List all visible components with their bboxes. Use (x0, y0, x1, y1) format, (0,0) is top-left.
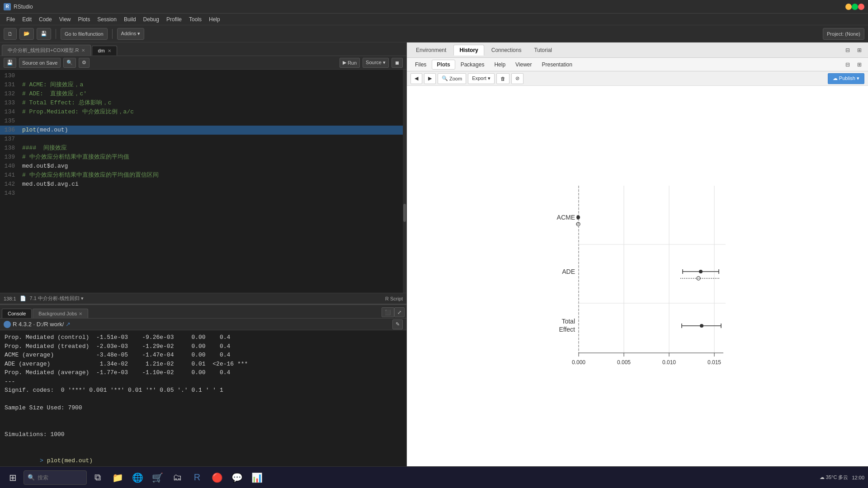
export-btn[interactable]: Export ▾ (468, 73, 495, 84)
y-label-total1: Total (561, 318, 575, 325)
publish-button[interactable]: ☁ Publish ▾ (828, 73, 864, 84)
open-file-button[interactable]: 📂 (19, 28, 34, 40)
r-ball-icon (4, 321, 11, 328)
save-button[interactable]: 💾 (37, 28, 51, 40)
source-button[interactable]: Source ▾ (363, 58, 389, 68)
menu-session[interactable]: Session (94, 15, 120, 23)
sub-maximize-btn[interactable]: ⊞ (854, 60, 864, 70)
right-sub-tabs: Files Plots Packages Help Viewer Present… (407, 58, 868, 71)
project-button[interactable]: Project: (None) (823, 28, 864, 40)
tab-close-cox[interactable]: ✕ (81, 48, 85, 53)
console-tab-console[interactable]: Console (2, 309, 32, 318)
console-tab-background[interactable]: Background Jobs ✕ (33, 309, 88, 318)
file-indicator-label[interactable]: 7.1 中介分析-线性回归 ▾ (30, 295, 84, 302)
taskbar-search-input[interactable] (38, 474, 83, 481)
editor-tabs: 中介分析_线性回归+COX模型.R ✕ dm ✕ (0, 42, 406, 56)
menu-plots[interactable]: Plots (75, 15, 94, 23)
editor-tab-cox[interactable]: 中介分析_线性回归+COX模型.R ✕ (2, 45, 91, 56)
ppt-icon[interactable]: 📊 (248, 469, 266, 487)
prev-plot-btn[interactable]: ◀ (410, 73, 422, 84)
taskbar: ⊞ 🔍 ⧉ 📁 🌐 🛒 🗂 R 🔴 💬 📊 ☁ 35°C 多云 12:00 (0, 466, 868, 488)
feishu-icon[interactable]: 💬 (228, 469, 246, 487)
publish-label: Publish ▾ (839, 75, 859, 81)
menu-tools[interactable]: Tools (185, 15, 205, 23)
task-view-btn[interactable]: ⧉ (89, 469, 107, 487)
stop-button[interactable]: ⏹ (392, 58, 403, 68)
run-label: Run (348, 60, 357, 66)
console-line-samplesize: Sample Size Used: 7900 (5, 404, 402, 413)
console-maximize-btn[interactable]: ⬛ (382, 307, 394, 317)
tab-environment[interactable]: Environment (410, 45, 452, 55)
settings-code-btn[interactable]: ⚙ (79, 58, 90, 68)
menu-edit[interactable]: Edit (19, 15, 35, 23)
addins-button[interactable]: Addins ▾ (117, 28, 145, 40)
menu-code[interactable]: Code (35, 15, 56, 23)
sub-minimize-btn[interactable]: ⊟ (843, 60, 853, 70)
console-output[interactable]: Prop. Mediated (control) -1.51e-03 -9.26… (0, 330, 406, 475)
browser-icon[interactable]: 🌐 (128, 469, 146, 487)
menu-debug[interactable]: Debug (140, 15, 163, 23)
floppy-icon-btn[interactable]: 💾 (4, 58, 16, 68)
clear-plots-btn[interactable]: ⊘ (511, 73, 524, 84)
separator2 (112, 29, 113, 39)
subtab-presentation[interactable]: Presentation (538, 60, 577, 69)
subtab-packages[interactable]: Packages (456, 60, 489, 69)
source-on-save-btn[interactable]: Source on Save (19, 58, 61, 68)
background-close-icon[interactable]: ✕ (79, 311, 82, 316)
explorer-icon[interactable]: 📁 (108, 469, 127, 487)
minimize-right-btn[interactable]: ⊟ (843, 45, 853, 55)
clear-console-btn[interactable]: ✎ (392, 319, 403, 329)
editor-scrollbar-thumb[interactable] (403, 204, 406, 222)
subtab-plots[interactable]: Plots (432, 60, 455, 70)
separator (56, 29, 56, 39)
next-plot-btn[interactable]: ▶ (424, 73, 436, 84)
code-editor[interactable]: 130 131 # ACME: 间接效应，a 132 # ADE: 直接效应，c… (0, 70, 406, 293)
editor-scrollbar[interactable] (403, 70, 406, 293)
start-button[interactable]: ⊞ (4, 469, 22, 487)
menu-profile[interactable]: Profile (163, 15, 185, 23)
file-indicator: 📄 (20, 296, 26, 301)
subtab-files[interactable]: Files (410, 60, 431, 69)
tab-history[interactable]: History (453, 45, 484, 56)
editor-statusbar: 138:1 📄 7.1 中介分析-线性回归 ▾ R Script (0, 293, 406, 304)
menu-view[interactable]: View (56, 15, 75, 23)
taskbar-search-box[interactable]: 🔍 (24, 470, 87, 485)
r-app-icon[interactable]: R (188, 469, 206, 487)
project-label: Project: (None) (827, 31, 860, 37)
link-icon[interactable]: ↗ (66, 321, 71, 328)
menu-help[interactable]: Help (205, 15, 224, 23)
subtab-help[interactable]: Help (490, 60, 510, 69)
menu-build[interactable]: Build (120, 15, 140, 23)
maximize-right-btn[interactable]: ⊞ (854, 45, 864, 55)
tab-tutorial[interactable]: Tutorial (528, 45, 557, 55)
search-code-btn[interactable]: 🔍 (63, 58, 76, 68)
tab-close-dm[interactable]: ✕ (108, 48, 111, 53)
delete-plot-btn[interactable]: 🗑 (496, 73, 509, 84)
taobao-icon[interactable]: 🛒 (148, 469, 166, 487)
mediation-plot-svg: ACME ADE Total Effect (542, 172, 732, 389)
editor-tab-dm[interactable]: dm ✕ (92, 46, 117, 56)
code-line-136: 136 plot(med.out) (0, 126, 406, 135)
tab-connections[interactable]: Connections (486, 45, 527, 55)
window-maximize[interactable] (852, 4, 858, 10)
goto-file-button[interactable]: Go to file/function (61, 28, 108, 40)
window-close[interactable] (858, 4, 864, 10)
window-minimize[interactable] (845, 4, 852, 10)
chrome-icon[interactable]: 🔴 (208, 469, 226, 487)
run-button[interactable]: ▶ Run (340, 58, 360, 68)
prompt-symbol1: > (40, 457, 47, 464)
code-line-137: 137 (0, 135, 406, 144)
new-file-button[interactable]: 🗋 (4, 28, 17, 40)
ade-point-filled (699, 270, 703, 273)
publish-icon: ☁ (833, 75, 838, 81)
zoom-btn[interactable]: 🔍 Zoom (438, 73, 466, 84)
code-line-138: 138 #### 间接效应 (0, 144, 406, 153)
new-file-icon: 🗋 (8, 31, 13, 37)
file-manager-icon[interactable]: 🗂 (168, 469, 186, 487)
console-fullscreen-btn[interactable]: ⤢ (394, 307, 405, 317)
y-label-acme: ACME (557, 214, 575, 221)
console-tabs: Console Background Jobs ✕ ⬛ ⤢ (0, 305, 406, 319)
subtab-viewer[interactable]: Viewer (511, 60, 536, 69)
addins-label: Addins ▾ (121, 31, 141, 37)
menu-file[interactable]: File (3, 15, 19, 23)
